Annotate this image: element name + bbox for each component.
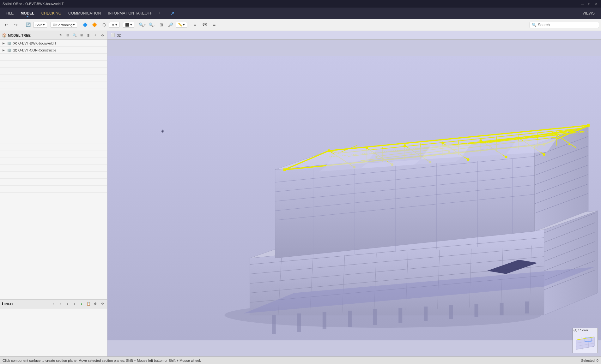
select-objects-btn[interactable]: 🔷 [81,21,89,29]
select-edges-btn[interactable]: ⬡ [100,21,108,29]
tree-icon-b: 🏢 [7,48,11,52]
tree-expand-a: ▶ [3,42,6,45]
title-bar-controls: — □ ✕ [580,2,598,6]
svg-point-97 [518,137,520,139]
tree-settings-btn[interactable]: ⚙ [100,33,105,38]
tree-collapse-btn[interactable]: ⊞ [79,33,84,38]
svg-rect-122 [449,305,453,319]
tree-empty-4 [0,75,107,81]
viewport-3d-icon: ⬜ [111,33,115,37]
search-input[interactable] [538,23,595,27]
model-tree-header: 🏠 MODEL TREE ⇅ ⊟ 🔍 ⊞ 🗑 + ⚙ [0,31,107,40]
info-next2-btn[interactable]: › [72,301,77,307]
tree-item-a[interactable]: ▶ 🏢 (A) O-BVT-BWK-bouwveld T [0,40,107,47]
tree-delete-btn[interactable]: 🗑 [86,33,91,38]
spin-dropdown[interactable]: Spin ▾ [33,22,47,28]
menu-bar: FILE MODEL CHECKING COMMUNICATION INFORM… [0,8,601,19]
menu-communication[interactable]: COMMUNICATION [65,10,104,17]
menu-plus[interactable]: + [156,10,163,17]
svg-rect-123 [474,304,478,317]
select-faces-btn[interactable]: 🔶 [90,21,99,29]
menu-views[interactable]: VIEWS [579,10,598,17]
info-prev2-btn[interactable]: ‹ [58,301,64,307]
tree-empty-16 [0,158,107,165]
info-panel-content [0,308,107,356]
layers-btn[interactable]: ≡ [191,21,199,29]
toolbar-sep-4 [121,22,121,28]
info-export-btn[interactable]: 📋 [86,301,91,307]
building-3d-view [107,40,601,356]
tree-expand-b: ▶ [3,49,6,52]
tree-item-b[interactable]: ▶ 🏢 (B) O-BVT-CON-Constructie [0,47,107,54]
building-container: ◈ [107,40,601,356]
mini-map-svg [573,332,598,353]
info-next-btn[interactable]: › [65,301,70,307]
svg-rect-119 [373,309,377,325]
tree-empty-7 [0,95,107,102]
info-filter-btn[interactable]: ● [79,301,84,307]
toolbar-sep-5 [136,22,136,28]
title-bar: Solibri Office - O-BVT-BWK-bouwveld T — … [0,0,601,8]
svg-point-96 [480,139,482,142]
sectioning-chevron: ▾ [73,23,75,27]
close-btn[interactable]: ✕ [594,2,598,6]
view-cube-dropdown[interactable]: ⬛ ▾ [123,22,134,28]
sectioning-dropdown[interactable]: ⊞ Sectioning ▾ [51,22,77,28]
status-bar: Click component surface to create sectio… [0,356,601,364]
redo-btn[interactable]: ↪ [11,21,20,29]
svg-rect-115 [272,315,276,334]
tree-sort-btn[interactable]: ⇅ [58,33,64,38]
tree-add-btn[interactable]: + [93,33,98,38]
cursor-indicator: ◈ [161,128,167,134]
svg-rect-117 [323,312,326,329]
info-panel-header: ℹ INFO ‹ ‹ › › ● 📋 🗑 ⚙ [0,300,107,308]
mini-map-label: (A) 15 vloer [573,328,598,332]
selected-count: Selected: 0 [581,359,598,362]
tree-empty-2 [0,61,107,68]
spin-label: Spin [35,23,42,27]
tree-label-b: (B) O-BVT-CON-Constructie [13,48,56,52]
status-message: Click component surface to create sectio… [3,359,201,362]
main-layout: 🏠 MODEL TREE ⇅ ⊟ 🔍 ⊞ 🗑 + ⚙ ▶ 🏢 (A) O-BVT… [0,31,601,356]
model-tree-content[interactable]: ▶ 🏢 (A) O-BVT-BWK-bouwveld T ▶ 🏢 (B) O-B… [0,40,107,299]
svg-rect-116 [297,313,301,332]
measure-chevron: ▾ [183,23,185,27]
svg-rect-118 [348,311,352,327]
svg-point-92 [543,153,545,156]
menu-checking[interactable]: CHECKING [38,10,64,17]
menu-file[interactable]: FILE [3,10,17,17]
search-bar[interactable]: 🔍 [530,22,599,28]
zoom-fit-btn[interactable]: ⊞ [157,21,166,29]
spin-btn[interactable]: 🔄 [24,21,33,29]
floors-btn[interactable]: ≣ [209,21,218,29]
home-icon: 🏠 [2,33,7,38]
undo-btn[interactable]: ↩ [2,21,11,29]
info-prev-btn[interactable]: ‹ [51,301,57,307]
zoom-out-btn[interactable]: 🔍- [147,21,156,29]
minimize-btn[interactable]: — [580,2,585,6]
select-dropdown[interactable]: 🖱 ▾ [109,22,119,28]
menu-information-takeoff[interactable]: INFORMATION TAKEOFF [105,10,155,17]
tree-empty-10 [0,116,107,123]
svg-rect-121 [424,307,428,321]
tree-empty-9 [0,109,107,116]
tree-empty-3 [0,68,107,75]
viewport-3d-label: 3D [117,33,121,37]
svg-point-91 [505,156,507,158]
svg-rect-120 [398,308,402,323]
menu-model[interactable]: MODEL [17,10,37,17]
svg-rect-125 [525,301,529,313]
floor-plan-btn[interactable]: 🗺 [200,21,209,29]
viewport[interactable]: ⬜ 3D [107,31,601,356]
tree-empty-11 [0,123,107,130]
zoom-selection-btn[interactable]: 🔎 [166,21,175,29]
maximize-btn[interactable]: □ [587,2,592,6]
toolbar-sep-6 [189,22,189,28]
measure-dropdown[interactable]: 📏 ▾ [176,22,187,28]
tree-empty-20 [0,186,107,193]
info-delete-btn[interactable]: 🗑 [93,301,98,307]
info-settings-btn[interactable]: ⚙ [100,301,105,307]
tree-search-btn[interactable]: 🔍 [72,33,77,38]
zoom-in-btn[interactable]: 🔍+ [138,21,147,29]
tree-filter-btn[interactable]: ⊟ [65,33,70,38]
